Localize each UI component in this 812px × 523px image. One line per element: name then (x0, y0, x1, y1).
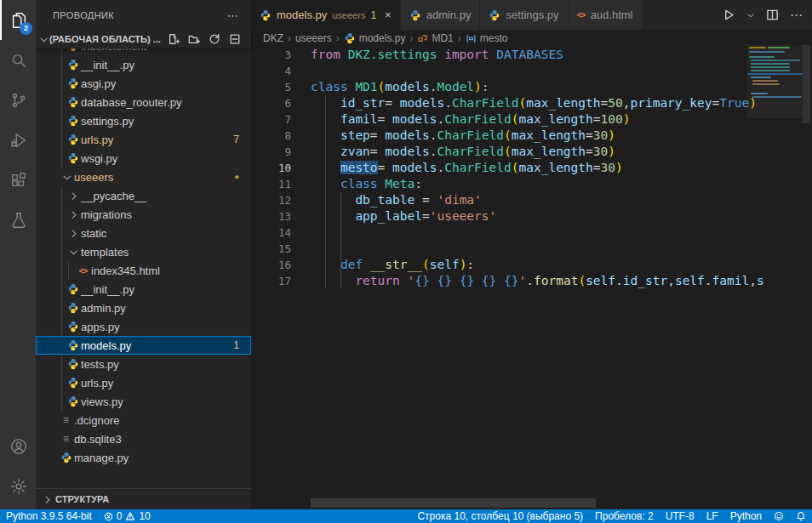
breadcrumb-separator-icon: › (336, 32, 340, 44)
code-line[interactable]: 11 class Meta: (251, 176, 812, 192)
py-icon (65, 48, 81, 52)
file-dcignore[interactable]: ≡.dcignore (36, 411, 251, 429)
status-right: Строка 10, столбец 10 (выбрано 5)Пробело… (411, 509, 812, 523)
py-icon (65, 96, 81, 108)
code-line-content: step= models.CharField(max_length=30) (311, 128, 615, 144)
close-icon[interactable]: × (385, 9, 392, 21)
files-icon[interactable]: 2 (0, 0, 36, 40)
tab-settings-py[interactable]: settings.py (480, 0, 568, 30)
file-wsgi-py[interactable]: wsgi.py (36, 149, 251, 168)
minimap-line (768, 47, 790, 48)
file-templates[interactable]: templates (36, 242, 251, 261)
file-asgi-py[interactable]: asgi.py (36, 74, 251, 93)
file-index345-html[interactable]: <>index345.html (36, 261, 251, 280)
tab-models-py[interactable]: models.pyuseeers1× (251, 0, 401, 30)
ellipsis-icon[interactable]: ⋯ (790, 8, 803, 23)
problems-badge: 7 (233, 134, 251, 145)
source-control-icon[interactable] (0, 80, 36, 120)
file-models-py[interactable]: models.py1 (36, 336, 251, 355)
file-indexelement[interactable]: indexelement (36, 48, 251, 55)
code-line[interactable]: 8 step= models.CharField(max_length=30) (251, 128, 812, 144)
chevron-down-icon[interactable] (746, 11, 755, 20)
search-icon[interactable] (0, 40, 36, 80)
run-icon[interactable] (723, 9, 735, 21)
file-database-roouter-py[interactable]: database_roouter.py (36, 93, 251, 111)
code-line[interactable]: 16 def __str__(self): (251, 257, 812, 273)
status-problems[interactable]: 010 (98, 509, 157, 523)
list-icon: ≡ (58, 414, 74, 426)
new-folder-icon[interactable] (188, 33, 200, 45)
breadcrumb-item-md1[interactable]: MD1 (417, 32, 453, 44)
file-useeers[interactable]: useeers● (36, 168, 251, 186)
file-pycache[interactable]: __pycache__ (36, 186, 251, 205)
code-editor[interactable]: 3from DKZ.settings import DATABASES45cla… (251, 47, 812, 289)
testing-icon[interactable] (0, 200, 36, 240)
file-urls-py[interactable]: urls.py (36, 373, 251, 392)
breadcrumb-item-models-py[interactable]: models.py (344, 32, 406, 44)
py-icon (65, 283, 81, 295)
status-eol[interactable]: LF (700, 509, 724, 523)
status-language-mode[interactable]: Python (724, 509, 768, 523)
error-icon (104, 512, 113, 521)
collapse-all-icon[interactable] (229, 33, 241, 45)
code-line[interactable]: 10 mesto= models.CharField(max_length=30… (251, 160, 812, 176)
status-encoding[interactable]: UTF-8 (660, 509, 700, 523)
file-settings-py[interactable]: settings.py (36, 111, 251, 130)
file-admin-py[interactable]: admin.py (36, 298, 251, 317)
code-line[interactable]: 13 app_label='useeers' (251, 208, 812, 225)
code-line[interactable]: 3from DKZ.settings import DATABASES (251, 47, 812, 63)
file-static[interactable]: static (36, 224, 251, 242)
code-line[interactable]: 15 (251, 241, 812, 257)
status-python-version[interactable]: Python 3.9.5 64-bit (0, 509, 98, 523)
vertical-scrollbar[interactable] (803, 45, 810, 123)
refresh-icon[interactable] (209, 33, 220, 45)
py-icon (489, 9, 500, 21)
feedback-button[interactable] (768, 509, 790, 523)
workspace-label: (РАБОЧАЯ ОБЛАСТЬ) ... (49, 34, 161, 44)
line-number: 3 (251, 47, 291, 63)
code-line[interactable]: 7 famil= models.CharField(max_length=100… (251, 111, 812, 128)
file-tests-py[interactable]: tests.py (36, 355, 251, 373)
file-apps-py[interactable]: apps.py (36, 317, 251, 336)
settings-gear-icon[interactable] (0, 466, 36, 506)
code-line-content: class MD1(models.Model): (311, 79, 489, 95)
breadcrumb-item-useeers[interactable]: useeers (295, 32, 332, 44)
file-db-sqlite3[interactable]: ≡db.sqlite3 (36, 429, 251, 448)
split-editor-icon[interactable] (766, 9, 779, 21)
extensions-icon[interactable] (0, 160, 36, 200)
outline-section-header[interactable]: СТРУКТУРА (36, 488, 251, 509)
code-line[interactable]: 17 return '{} {} {} {} {}'.format(self.i… (251, 273, 812, 289)
file-views-py[interactable]: views.py (36, 392, 251, 411)
code-line[interactable]: 5class MD1(models.Model): (251, 79, 812, 95)
tab-directory-hint: useeers (332, 10, 365, 20)
file-init-py[interactable]: __init__.py (36, 55, 251, 74)
tab-aud-html[interactable]: <>aud.html (569, 0, 643, 30)
code-line[interactable]: 14 (251, 225, 812, 241)
chevron-right-icon (65, 193, 81, 198)
new-file-icon[interactable] (168, 33, 180, 45)
file-init-py[interactable]: __init__.py (36, 280, 251, 298)
file-urls-py[interactable]: urls.py7 (36, 130, 251, 149)
file-migrations[interactable]: migrations (36, 205, 251, 224)
code-line[interactable]: 6 id_str= models.CharField(max_length=50… (251, 95, 812, 111)
workspace-section-header[interactable]: (РАБОЧАЯ ОБЛАСТЬ) ... (36, 30, 251, 48)
file-manage-py[interactable]: manage.py (36, 448, 251, 467)
file-tree: indexelement__init__.pyasgi.pydatabase_r… (36, 48, 251, 488)
tab-label: admin.py (426, 9, 472, 21)
breadcrumb-label: models.py (359, 32, 406, 44)
minimap[interactable] (747, 45, 803, 118)
breadcrumb-item-mesto[interactable]: mesto (466, 32, 508, 44)
tab-admin-py[interactable]: admin.py (401, 0, 481, 30)
file-label: wsgi.py (81, 152, 117, 165)
bell-button[interactable] (790, 509, 812, 523)
more-actions-icon[interactable]: ⋯ (227, 9, 239, 22)
code-line[interactable]: 4 (251, 63, 812, 79)
code-line[interactable]: 12 db_table = 'dima' (251, 192, 812, 208)
status-cursor-position[interactable]: Строка 10, столбец 10 (выбрано 5) (411, 509, 589, 523)
horizontal-scrollbar[interactable] (311, 498, 596, 508)
code-line[interactable]: 9 zvan= models.CharField(max_length=30) (251, 144, 812, 160)
account-icon[interactable] (0, 426, 36, 466)
breadcrumb-item-dkz[interactable]: DKZ (263, 32, 283, 44)
run-debug-icon[interactable] (0, 120, 36, 160)
status-indentation[interactable]: Пробелов: 2 (589, 509, 660, 523)
